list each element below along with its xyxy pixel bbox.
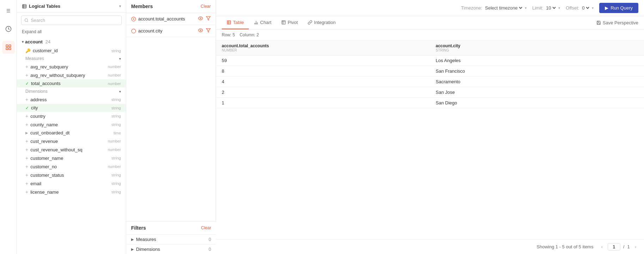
col-header-total-accounts[interactable]: account.total_accounts NUMBER	[216, 41, 430, 55]
field-country[interactable]: + country string	[17, 112, 126, 120]
logical-tables-dropdown-arrow[interactable]: ▾	[119, 4, 121, 8]
logical-tables-header: Logical Tables ▾	[17, 0, 126, 13]
page-separator: /	[623, 244, 625, 249]
account-chevron: ▾	[22, 40, 24, 44]
field-name-avg-rev-without-subquery: avg_rev_without_subquery	[30, 73, 85, 78]
field-type-customer-id: string	[111, 49, 121, 53]
filter-dimensions-row[interactable]: ▶ Dimensions 0	[126, 244, 216, 254]
prev-page-btn[interactable]: ‹	[599, 243, 605, 250]
plus-icon-revenue: +	[25, 138, 28, 144]
tab-integration[interactable]: Integration	[303, 16, 341, 29]
field-avg-rev-subquery[interactable]: + avg_rev_subquery number	[17, 62, 126, 71]
timezone-select[interactable]: Select timezone	[484, 5, 523, 11]
svg-line-10	[27, 21, 28, 22]
field-name-total-accounts: total_accounts	[31, 81, 61, 86]
field-county-name[interactable]: + county_name string	[17, 120, 126, 129]
field-name-country: country	[30, 114, 45, 119]
field-customer-status[interactable]: + customer_status string	[17, 171, 126, 179]
svg-rect-1	[6, 45, 8, 47]
limit-label: Limit:	[532, 5, 543, 11]
schema-icon[interactable]	[2, 41, 15, 54]
field-customer-name[interactable]: + customer_name string	[17, 154, 126, 162]
row-info: Row: 5	[222, 32, 235, 37]
field-name-email: email	[30, 181, 41, 186]
field-cust-revenue-without-sq[interactable]: + cust_revenue_without_sq number	[17, 145, 126, 154]
cell-city-4: San Diego	[430, 98, 644, 108]
account-group-header[interactable]: ▾ account 24	[17, 37, 126, 47]
tabs-bar: Table Chart Pivot	[216, 16, 644, 30]
field-name-address: address	[30, 97, 47, 102]
filter-dimensions-count: 0	[209, 247, 211, 252]
offset-chevron: ▾	[592, 6, 594, 10]
tab-table[interactable]: Table	[222, 16, 249, 29]
field-type-1: number	[108, 65, 121, 69]
filter-measures-label: Measures	[136, 237, 156, 242]
page-input[interactable]	[608, 243, 620, 250]
search-input[interactable]	[31, 18, 118, 23]
filters-clear-btn[interactable]: Clear	[201, 225, 211, 230]
field-address[interactable]: + address string	[17, 95, 126, 104]
cell-total-accounts-2: 4	[216, 77, 430, 87]
field-email[interactable]: + email string	[17, 179, 126, 188]
members-header: Members Clear	[126, 0, 216, 13]
members-title: Members	[131, 4, 153, 9]
offset-select[interactable]: 0	[581, 5, 590, 11]
eye-icon-2[interactable]	[198, 28, 203, 34]
save-perspective[interactable]: Save Perspective	[596, 20, 638, 25]
plus-icon-address: +	[25, 97, 28, 102]
col-header-city[interactable]: account.city STRING	[430, 41, 644, 55]
measures-section[interactable]: Measures ▾	[17, 55, 126, 62]
filters-header: Filters Clear	[126, 222, 216, 234]
plus-icon-1: +	[25, 64, 28, 69]
plus-icon-cno: +	[25, 164, 28, 169]
field-license-name[interactable]: + license_name string	[17, 188, 126, 196]
dimensions-label: Dimensions	[25, 89, 48, 94]
table-row: 59Los Angeles	[216, 55, 644, 66]
field-type-cno: number	[108, 164, 121, 169]
field-cust-revenue[interactable]: + cust_revenue number	[17, 137, 126, 145]
run-query-button[interactable]: ▶ Run Query	[599, 3, 638, 13]
cell-total-accounts-4: 1	[216, 98, 430, 108]
field-avg-rev-without-subquery[interactable]: + avg_rev_without_subquery number	[17, 71, 126, 79]
timezone-selector: Timezone: Select timezone ▾	[461, 5, 527, 11]
history-icon[interactable]	[2, 23, 15, 35]
save-icon	[596, 20, 601, 25]
eye-icon-1[interactable]	[198, 16, 203, 22]
field-cust-onboarded-dt[interactable]: ▶ cust_onboarded_dt time	[17, 129, 126, 137]
next-page-btn[interactable]: ›	[633, 243, 638, 250]
tabs-left: Table Chart Pivot	[222, 16, 341, 29]
plus-icon-2: +	[25, 72, 28, 78]
cell-city-3: San Jose	[430, 87, 644, 98]
filter-icon-2[interactable]	[206, 28, 211, 34]
members-clear-btn[interactable]: Clear	[201, 4, 211, 9]
limit-select[interactable]: 10	[545, 5, 557, 11]
hamburger-icon[interactable]: ☰	[2, 4, 15, 17]
field-name-city: city	[31, 105, 38, 110]
field-customer-id[interactable]: 🔑 customer_id string	[17, 47, 126, 55]
members-panel: Members Clear account.total_accounts	[126, 0, 216, 254]
filter-icon-1[interactable]	[206, 16, 211, 22]
member-total-accounts: account.total_accounts	[126, 13, 216, 25]
field-name-customer-status: customer_status	[30, 173, 64, 178]
filter-measures-row[interactable]: ▶ Measures 0	[126, 234, 216, 244]
plus-icon-cstatus: +	[25, 172, 28, 178]
expand-all[interactable]: Expand all	[17, 28, 126, 37]
field-type-revenue-sq: number	[108, 147, 121, 152]
tab-pivot[interactable]: Pivot	[276, 16, 303, 29]
field-name-county-name: county_name	[30, 122, 58, 127]
measure-icon-1	[131, 17, 136, 22]
svg-rect-2	[9, 45, 11, 47]
chart-tab-icon	[254, 20, 258, 25]
col-type-2: STRING	[436, 48, 638, 52]
integration-tab-icon	[308, 20, 312, 25]
field-city[interactable]: ✓ city string	[17, 104, 126, 112]
search-box[interactable]	[21, 16, 122, 25]
table-list: ▾ account 24 🔑 customer_id string Measur…	[17, 37, 126, 254]
main-content: Timezone: Select timezone ▾ Limit: 10 ▾ …	[216, 0, 644, 254]
field-customer-no[interactable]: + customer_no number	[17, 162, 126, 171]
dimensions-section[interactable]: Dimensions ▾	[17, 87, 126, 95]
table-small-icon	[22, 4, 27, 9]
cell-city-2: Sacramento	[430, 77, 644, 87]
field-total-accounts[interactable]: ✓ total_accounts number	[17, 79, 126, 87]
tab-chart[interactable]: Chart	[249, 16, 276, 29]
